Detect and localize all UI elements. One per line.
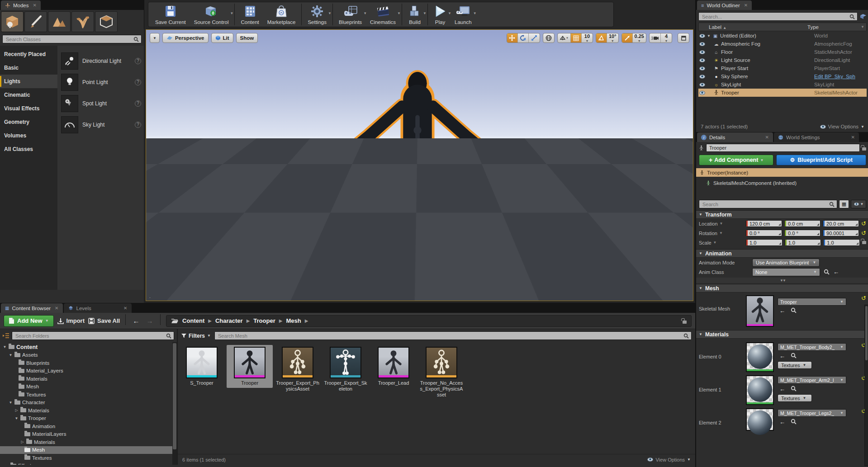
asset-trooper-lead[interactable]: Trooper_Lead [370, 345, 417, 388]
edit-blueprint-link[interactable]: Edit BP_Sky_Sph [814, 74, 855, 79]
scale-snap-toggle[interactable] [622, 33, 633, 42]
browse-to-icon[interactable]: ← [779, 419, 785, 425]
search-icon[interactable] [791, 419, 797, 425]
location-x-field[interactable]: 120.0 cm [746, 220, 782, 227]
tree-item[interactable]: Materials [0, 375, 177, 383]
blueprints-button[interactable]: Blueprints ▼ [335, 3, 366, 26]
mode-tab-foliage[interactable] [71, 11, 94, 32]
tab-world-settings[interactable]: World Settings ✕ [774, 132, 859, 142]
tree-item[interactable]: Blueprints [0, 359, 177, 367]
help-icon[interactable]: ? [135, 122, 141, 128]
chevron-down-icon[interactable]: ▼ [397, 11, 401, 15]
close-icon[interactable]: ✕ [55, 306, 58, 311]
visibility-eye-icon[interactable] [699, 91, 705, 95]
category-visual-effects[interactable]: Visual Effects [0, 102, 57, 115]
details-scrollbar[interactable] [864, 305, 868, 466]
camera-speed-icon[interactable] [650, 33, 661, 42]
lock-icon[interactable] [683, 321, 687, 324]
search-icon[interactable] [791, 307, 797, 313]
tree-scrollbar[interactable] [172, 342, 177, 465]
close-icon[interactable]: ✕ [765, 135, 769, 140]
search-icon[interactable] [791, 353, 797, 359]
maximize-viewport-button[interactable] [678, 33, 689, 42]
property-matrix-button[interactable]: ▦ [839, 200, 849, 208]
tree-item[interactable]: ▼Character [0, 399, 177, 407]
reset-location-button[interactable]: ↺ [861, 221, 866, 226]
placeable-point-light[interactable]: Point Light ? [61, 71, 141, 93]
chevron-down-icon[interactable]: ▼ [473, 11, 477, 15]
tree-item[interactable]: Textures [0, 391, 177, 399]
world-space-toggle[interactable] [543, 33, 554, 42]
collapse-tree-icon[interactable] [3, 333, 9, 339]
category-all-classes[interactable]: All Classes [0, 142, 57, 156]
folders-search-input[interactable] [14, 333, 166, 339]
outliner-search[interactable] [698, 12, 858, 21]
breadcrumb-character[interactable]: Character [215, 317, 243, 324]
camera-mode-button[interactable]: Perspective [162, 33, 209, 43]
tree-item[interactable]: Animation [0, 422, 177, 430]
save-all-button[interactable]: Save All [88, 317, 120, 324]
textures-dropdown[interactable]: Textures ▼ [778, 394, 812, 402]
rotation-label[interactable]: Rotation▼ [699, 231, 746, 236]
assets-search-input[interactable] [217, 333, 683, 339]
skeletal-mesh-thumbnail[interactable] [746, 295, 774, 327]
close-icon[interactable]: ✕ [33, 3, 37, 8]
lock-icon[interactable] [862, 147, 866, 151]
reset-skeletal-mesh-button[interactable]: ↺ [861, 295, 866, 301]
material-dropdown[interactable]: M_MET_Trooper_Body2_ ▼ [778, 343, 846, 351]
asset-trooper-no-access-export-physicsasset[interactable]: Trooper_No_Access_Export_PhysicsAsset [418, 345, 465, 400]
skeletal-mesh-dropdown[interactable]: Trooper ▼ [778, 298, 846, 306]
cinematics-button[interactable]: Cinematics ▼ [366, 3, 400, 26]
asset-trooper-selected[interactable]: Trooper [227, 345, 273, 388]
material-thumbnail[interactable] [746, 408, 774, 431]
modes-search-input[interactable] [5, 36, 133, 42]
add-actor-icon[interactable] [859, 14, 867, 19]
outliner-view-options-button[interactable]: View Options ▼ [820, 124, 864, 129]
visibility-eye-icon[interactable] [699, 58, 705, 62]
breadcrumb-mesh[interactable]: Mesh [286, 317, 301, 324]
scale-snap-value[interactable]: 0.25▼ [633, 33, 646, 42]
display-filter-button[interactable]: ▼ [851, 200, 866, 208]
level-indicator[interactable]: Level: Untitled (Persistent) [625, 292, 688, 298]
help-icon[interactable]: ? [135, 100, 141, 107]
browse-to-icon[interactable]: ← [779, 307, 785, 314]
scale-lock-icon[interactable] [862, 241, 866, 244]
category-basic[interactable]: Basic [0, 61, 57, 75]
tab-modes[interactable]: Modes ✕ [1, 0, 41, 10]
tab-content-browser[interactable]: ▦ Content Browser ✕ [1, 303, 63, 313]
section-transform[interactable]: ▼ Transform [696, 210, 868, 219]
component-row-instance[interactable]: Trooper(Instance) [696, 168, 868, 177]
details-search[interactable] [699, 200, 837, 208]
asset-s-trooper[interactable]: S_Trooper [179, 345, 225, 388]
location-y-field[interactable]: 0.0 cm [784, 220, 821, 227]
details-search-input[interactable] [702, 201, 829, 208]
material-dropdown[interactable]: M_MET_Trooper_Arm2_I ▼ [778, 376, 846, 384]
settings-button[interactable]: Settings ▼ [304, 3, 331, 26]
play-button[interactable]: Play ▼ [430, 3, 451, 26]
marketplace-button[interactable]: Marketplace [263, 3, 300, 26]
browse-to-icon[interactable]: ← [779, 386, 785, 392]
material-thumbnail[interactable] [746, 375, 774, 405]
category-lights[interactable]: Lights [0, 75, 57, 88]
mode-tab-geometry[interactable] [95, 11, 118, 32]
surface-snap-button[interactable]: ▼ [558, 33, 571, 42]
add-component-button[interactable]: + Add Component ▼ [699, 155, 773, 165]
section-materials[interactable]: ▼ Materials [696, 330, 868, 339]
outliner-row[interactable]: ☁Atmospheric Fog AtmosphericFog [698, 40, 867, 48]
scale-y-field[interactable]: 1.0 [785, 239, 821, 246]
scale-x-field[interactable]: 1.0 [746, 239, 783, 246]
tree-item[interactable]: ▷Materials [0, 406, 177, 415]
placeable-spot-light[interactable]: Spot Light ? [61, 93, 141, 114]
browse-to-icon[interactable]: ← [833, 269, 839, 275]
location-z-field[interactable]: 20.0 cm [823, 220, 859, 227]
chevron-down-icon[interactable]: ▼ [423, 11, 427, 15]
scale-label[interactable]: Scale▼ [699, 240, 746, 245]
tree-item[interactable]: ▷Effects [0, 462, 177, 465]
view-mode-button[interactable]: Lit [211, 33, 233, 43]
save-current-button[interactable]: Save Current [151, 3, 190, 26]
textures-dropdown[interactable]: Textures ▼ [778, 361, 812, 369]
expand-arrow-icon[interactable]: ▼ [707, 34, 711, 38]
viewport-options-button[interactable]: ▼ [150, 33, 160, 43]
outliner-row[interactable]: ⚑Player Start PlayerStart [698, 64, 867, 72]
back-button[interactable]: ← [131, 316, 141, 326]
